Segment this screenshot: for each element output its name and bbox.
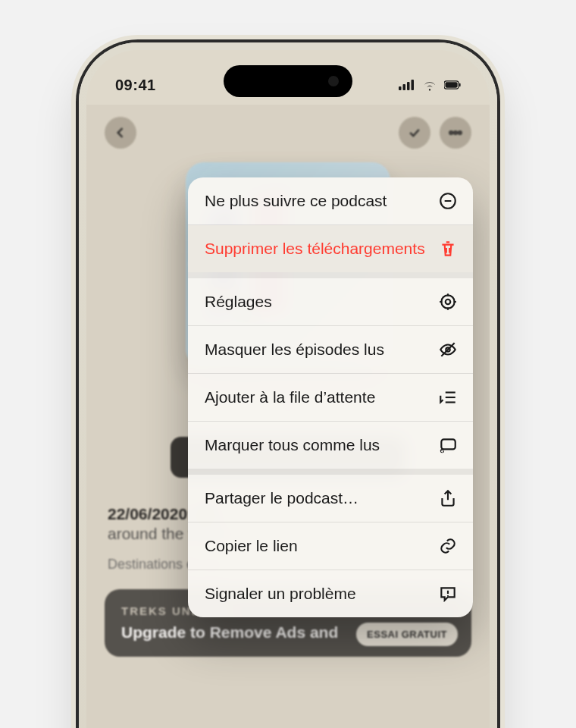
svg-point-12	[441, 295, 454, 308]
menu-mark-all-played[interactable]: Marquer tous comme lus	[188, 422, 473, 469]
cellular-icon	[399, 79, 415, 91]
wifi-icon	[421, 79, 438, 91]
share-icon	[438, 488, 458, 508]
trash-icon	[438, 239, 458, 259]
svg-rect-0	[399, 86, 402, 90]
menu-copy-link[interactable]: Copier le lien	[188, 522, 473, 570]
mark-read-icon	[438, 435, 458, 455]
menu-label: Masquer les épisodes lus	[205, 340, 426, 359]
svg-rect-5	[445, 82, 457, 87]
menu-label: Supprimer les téléchargements	[205, 239, 426, 258]
menu-label: Marquer tous comme lus	[205, 435, 426, 454]
gear-icon	[438, 292, 458, 312]
menu-label: Copier le lien	[205, 536, 426, 555]
svg-rect-3	[412, 80, 415, 90]
menu-share-podcast[interactable]: Partager le podcast…	[188, 475, 473, 522]
dynamic-island	[224, 65, 352, 97]
menu-label: Ne plus suivre ce podcast	[205, 191, 426, 210]
menu-label: Ajouter à la file d’attente	[205, 388, 426, 406]
context-menu: Ne plus suivre ce podcast Supprimer les …	[188, 177, 473, 617]
menu-hide-played[interactable]: Masquer les épisodes lus	[188, 326, 473, 373]
circle-minus-icon	[438, 191, 458, 211]
report-icon	[438, 584, 458, 604]
svg-point-26	[447, 595, 449, 597]
menu-settings[interactable]: Réglages	[188, 278, 473, 325]
menu-label: Signaler un problème	[205, 584, 426, 603]
menu-label: Partager le podcast…	[205, 488, 426, 507]
svg-rect-2	[407, 82, 410, 90]
svg-rect-6	[459, 83, 461, 86]
svg-rect-23	[441, 439, 455, 449]
battery-icon	[444, 79, 461, 91]
status-time: 09:41	[115, 77, 156, 94]
svg-point-13	[446, 300, 451, 305]
link-icon	[438, 536, 458, 556]
eye-slash-icon	[438, 340, 458, 359]
svg-rect-1	[403, 84, 406, 90]
menu-label: Réglages	[205, 292, 426, 311]
menu-remove-downloads[interactable]: Supprimer les téléchargements	[188, 225, 473, 272]
menu-report-problem[interactable]: Signaler un problème	[188, 570, 473, 617]
menu-unfollow[interactable]: Ne plus suivre ce podcast	[188, 177, 473, 224]
queue-icon	[438, 388, 458, 407]
menu-add-to-queue[interactable]: Ajouter à la file d’attente	[188, 374, 473, 421]
